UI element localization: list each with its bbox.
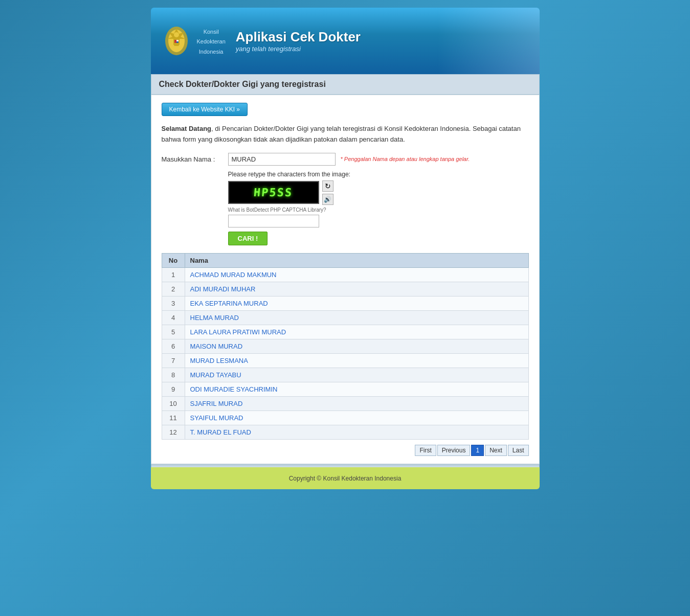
table-row: 5LARA LAURA PRATIWI MURAD [162, 325, 528, 339]
row-name: LARA LAURA PRATIWI MURAD [185, 325, 528, 339]
doctor-link[interactable]: T. MURAD EL FUAD [190, 428, 251, 436]
row-no: 12 [162, 425, 185, 439]
row-name: ODI MURADIE SYACHRIMIN [185, 382, 528, 396]
previous-button[interactable]: Previous [437, 445, 471, 456]
table-row: 2ADI MURADI MUHAR [162, 282, 528, 296]
doctor-link[interactable]: EKA SEPTARINA MURAD [190, 300, 268, 307]
table-row: 6MAISON MURAD [162, 339, 528, 353]
welcome-text: , di Pencarian Dokter/Dokter Gigi yang t… [162, 125, 521, 143]
captcha-text: HP5SS [253, 186, 293, 199]
table-row: 11SYAIFUL MURAD [162, 410, 528, 425]
table-row: 3EKA SEPTARINA MURAD [162, 296, 528, 310]
header: Konsil Kedokteran Indonesia Aplikasi Cek… [151, 8, 540, 74]
doctor-link[interactable]: ADI MURADI MUHAR [190, 285, 256, 293]
row-name: SJAFRIL MURAD [185, 396, 528, 410]
row-no: 3 [162, 296, 185, 310]
doctor-link[interactable]: MAISON MURAD [190, 343, 243, 350]
konsil-text: Konsil Kedokteran Indonesia [197, 26, 226, 56]
table-row: 4HELMA MURAD [162, 310, 528, 325]
svg-rect-6 [176, 40, 179, 41]
doctor-link[interactable]: SJAFRIL MURAD [190, 400, 243, 407]
pagination-row: First Previous 1 Next Last [162, 445, 529, 456]
doctor-link[interactable]: MURAD LESMANA [190, 357, 248, 364]
row-name: MURAD LESMANA [185, 353, 528, 368]
row-no: 6 [162, 339, 185, 353]
name-hint: * Penggalan Nama depan atau lengkap tanp… [341, 156, 470, 162]
page-title: Check Dokter/Dokter Gigi yang teregistra… [159, 80, 326, 88]
garuda-icon [161, 25, 192, 58]
col-header-no: No [162, 253, 185, 267]
app-title: Aplikasi Cek Dokter [236, 29, 361, 45]
svg-rect-7 [174, 41, 176, 43]
svg-rect-5 [174, 40, 176, 41]
kembali-button[interactable]: Kembali ke Website KKI » [162, 103, 248, 116]
row-no: 9 [162, 382, 185, 396]
row-name: MAISON MURAD [185, 339, 528, 353]
welcome-message: Selamat Datang, di Pencarian Dokter/Dokt… [162, 124, 529, 145]
svg-point-3 [174, 32, 179, 37]
cari-button[interactable]: CARI ! [228, 232, 268, 245]
last-button[interactable]: Last [508, 445, 529, 456]
captcha-input[interactable] [228, 215, 319, 227]
header-text: Aplikasi Cek Dokter yang telah teregistr… [236, 29, 361, 53]
row-no: 1 [162, 267, 185, 282]
row-no: 5 [162, 325, 185, 339]
footer-copyright: Copyright © Konsil Kedokteran Indonesia [289, 475, 402, 482]
table-row: 10SJAFRIL MURAD [162, 396, 528, 410]
page-title-bar: Check Dokter/Dokter Gigi yang teregistra… [151, 74, 540, 95]
row-name: MURAD TAYABU [185, 368, 528, 382]
table-row: 1ACHMAD MURAD MAKMUN [162, 267, 528, 282]
next-button[interactable]: Next [485, 445, 507, 456]
results-table: No Nama 1ACHMAD MURAD MAKMUN2ADI MURADI … [162, 253, 529, 440]
captcha-image-row: HP5SS ↻ 🔊 [228, 180, 529, 205]
name-label: Masukkan Nama : [162, 155, 228, 163]
row-no: 2 [162, 282, 185, 296]
captcha-section: Please retype the characters from the im… [228, 171, 529, 245]
captcha-refresh-button[interactable]: ↻ [322, 180, 333, 192]
table-row: 7MURAD LESMANA [162, 353, 528, 368]
welcome-bold: Selamat Datang [162, 125, 212, 132]
doctor-link[interactable]: ODI MURADIE SYACHRIMIN [190, 385, 278, 393]
name-input[interactable] [228, 153, 336, 166]
row-no: 11 [162, 410, 185, 425]
page-1-button[interactable]: 1 [471, 445, 484, 456]
row-no: 10 [162, 396, 185, 410]
row-no: 8 [162, 368, 185, 382]
first-button[interactable]: First [415, 445, 436, 456]
captcha-image: HP5SS [228, 181, 319, 204]
footer: Copyright © Konsil Kedokteran Indonesia [151, 467, 540, 489]
row-name: T. MURAD EL FUAD [185, 425, 528, 439]
row-name: SYAIFUL MURAD [185, 410, 528, 425]
logo-area: Konsil Kedokteran Indonesia [151, 19, 236, 63]
table-row: 12T. MURAD EL FUAD [162, 425, 528, 439]
row-name: EKA SEPTARINA MURAD [185, 296, 528, 310]
doctor-link[interactable]: HELMA MURAD [190, 314, 239, 322]
table-row: 9ODI MURADIE SYACHRIMIN [162, 382, 528, 396]
doctor-link[interactable]: SYAIFUL MURAD [190, 414, 243, 422]
main-content: Kembali ke Website KKI » Selamat Datang,… [151, 95, 540, 464]
row-no: 4 [162, 310, 185, 325]
captcha-audio-button[interactable]: 🔊 [322, 194, 333, 205]
name-form-row: Masukkan Nama : * Penggalan Nama depan a… [162, 153, 529, 166]
doctor-link[interactable]: ACHMAD MURAD MAKMUN [190, 271, 277, 279]
captcha-what-link: What is BotDetect PHP CAPTCHA Library? [228, 207, 529, 213]
doctor-link[interactable]: MURAD TAYABU [190, 371, 241, 379]
row-name: HELMA MURAD [185, 310, 528, 325]
svg-rect-8 [176, 41, 179, 43]
col-header-nama: Nama [185, 253, 528, 267]
doctor-link[interactable]: LARA LAURA PRATIWI MURAD [190, 328, 286, 336]
captcha-label: Please retype the characters from the im… [228, 171, 529, 178]
table-row: 8MURAD TAYABU [162, 368, 528, 382]
row-name: ADI MURADI MUHAR [185, 282, 528, 296]
app-subtitle: yang telah teregistrasi [236, 45, 361, 53]
row-name: ACHMAD MURAD MAKMUN [185, 267, 528, 282]
row-no: 7 [162, 353, 185, 368]
separator [151, 464, 540, 467]
